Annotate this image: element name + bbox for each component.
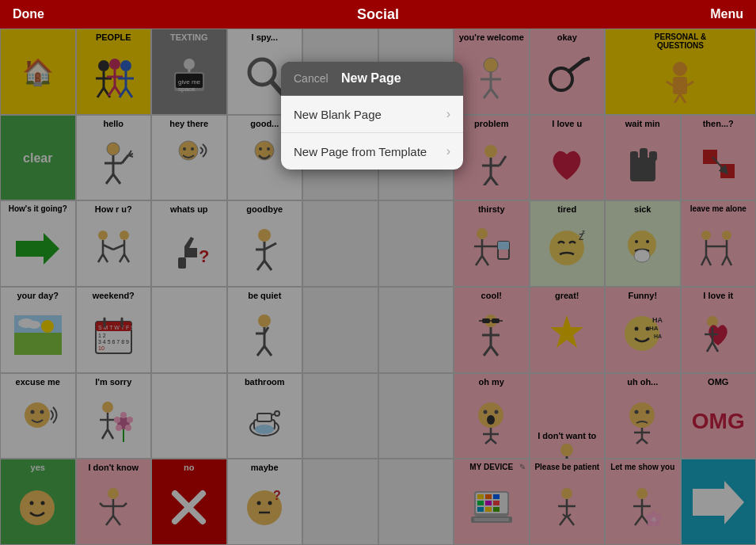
modal-cancel-button[interactable]: Cancel bbox=[294, 72, 329, 85]
done-button[interactable]: Done bbox=[13, 7, 44, 21]
modal-new-blank-page-item[interactable]: New Blank Page › bbox=[281, 96, 463, 133]
modal-new-template-item[interactable]: New Page from Template › bbox=[281, 133, 463, 170]
chevron-right-icon: › bbox=[446, 107, 450, 121]
modal-title: New Page bbox=[329, 71, 414, 86]
modal-new-blank-page-label: New Blank Page bbox=[294, 108, 382, 121]
modal-new-template-label: New Page from Template bbox=[294, 145, 427, 158]
header: Done Social Menu bbox=[0, 0, 756, 29]
menu-button[interactable]: Menu bbox=[710, 7, 743, 21]
modal-header: Cancel New Page bbox=[281, 62, 463, 96]
chevron-right-icon-2: › bbox=[446, 144, 450, 158]
grid-container: 🏠 PEOPLE bbox=[0, 29, 756, 545]
header-title: Social bbox=[357, 6, 399, 23]
modal-new-page: Cancel New Page New Blank Page › New Pag… bbox=[281, 62, 463, 170]
modal-overlay[interactable]: Cancel New Page New Blank Page › New Pag… bbox=[0, 29, 756, 545]
